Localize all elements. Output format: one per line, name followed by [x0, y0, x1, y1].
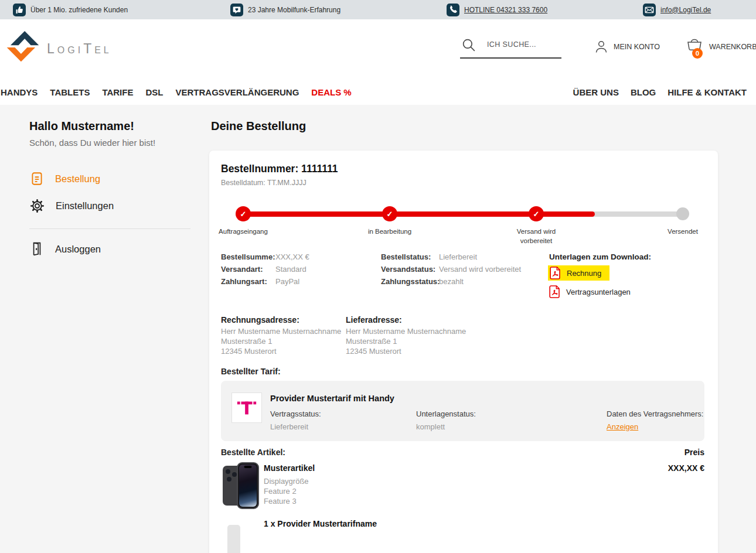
- main-nav: HANDYS TABLETS TARIFE DSL VERTRAGSVERLÄN…: [0, 79, 756, 105]
- topbar: Über 1 Mio. zufriedene Kunden 23 Jahre M…: [0, 0, 756, 19]
- header: LogiTel MEIN KONTO 0 WARENKORB: [0, 19, 756, 79]
- order-status-label: Bestellstatus:: [381, 252, 431, 261]
- order-card: Bestellnummer: 1111111 Bestelldatum: TT.…: [209, 151, 718, 553]
- billing-address-line: 12345 Musterort: [221, 347, 277, 356]
- cart-label: WARENKORB: [709, 43, 756, 51]
- tariff-section-title: Bestellter Tarif:: [221, 367, 281, 376]
- shipping-type-label: Versandart:: [221, 265, 263, 274]
- downloads-title: Unterlagen zum Download:: [549, 252, 651, 261]
- order-sum-value: XXX,XX €: [275, 252, 309, 261]
- nav-dsl[interactable]: DSL: [145, 87, 163, 97]
- telekom-logo: [231, 392, 262, 423]
- search-input[interactable]: [486, 40, 561, 49]
- tariff-name: Provider Mustertarif mit Handy: [270, 394, 394, 403]
- shipping-status-value: Versand wird vorbereitet: [439, 265, 521, 274]
- sidebar-item-bestellung[interactable]: Bestellung: [29, 171, 190, 186]
- order-status-value-text: Lieferbereit: [439, 252, 477, 261]
- nav-hilfe-kontakt[interactable]: HILFE & KONTAKT: [668, 87, 747, 97]
- contract-status-value: Lieferbereit: [270, 422, 308, 431]
- order-number: Bestellnummer: 1111111: [221, 163, 338, 175]
- account-button[interactable]: MEIN KONTO: [594, 39, 660, 54]
- billing-address-title: Rechnungsadresse:: [221, 315, 299, 325]
- product-image: [223, 462, 259, 509]
- order-status-row: Bestellstatus:: [381, 252, 431, 261]
- payment-status-value-text: bezahlt: [439, 277, 464, 286]
- topbar-customers: Über 1 Mio. zufriedene Kunden: [13, 0, 128, 19]
- topbar-experience: 23 Jahre Mobilfunk-Erfahrung: [230, 0, 340, 19]
- article-name: Musterartikel: [264, 463, 315, 473]
- download-vertragsunterlagen-label: Vertragsunterlagen: [566, 288, 631, 296]
- tariff-article-placeholder-image: [227, 525, 240, 553]
- download-rechnung[interactable]: Rechnung: [548, 265, 609, 281]
- anzeigen-link[interactable]: Anzeigen: [607, 422, 638, 431]
- article-price: XXX,XX €: [668, 463, 704, 473]
- payment-type-value: PayPal: [275, 277, 299, 286]
- documents-status-value: komplett: [416, 422, 445, 431]
- download-vertragsunterlagen[interactable]: Vertragsunterlagen: [549, 285, 631, 298]
- logitel-logo[interactable]: LogiTel: [5, 26, 112, 63]
- order-sum-value-text: XXX,XX €: [275, 252, 309, 261]
- nav-deals[interactable]: DEALS %: [311, 87, 351, 97]
- nav-vertragsverlaengerung[interactable]: VERTRAGSVERLÄNGERUNG: [175, 87, 299, 97]
- sidebar-item-label: Bestellung: [55, 173, 100, 185]
- nav-ueber-uns[interactable]: ÜBER UNS: [573, 87, 619, 97]
- cart-icon-wrap: 0: [686, 37, 704, 57]
- nav-handys[interactable]: HANDYS: [1, 87, 38, 97]
- pdf-icon: [549, 285, 561, 298]
- order-sum-label: Bestellsumme:: [221, 252, 275, 261]
- sidebar-greeting: Hallo Mustername!: [29, 120, 134, 133]
- content-area: Hallo Mustername! Schön, dass Du wieder …: [0, 105, 756, 553]
- sidebar-subtitle: Schön, dass Du wieder hier bist!: [29, 138, 155, 148]
- order-date: Bestelldatum: TT.MM.JJJJ: [221, 179, 307, 187]
- shipping-type-value: Standard: [275, 265, 307, 274]
- account-label: MEIN KONTO: [614, 43, 660, 51]
- shipping-status-label: Versandstatus:: [381, 265, 435, 274]
- tariff-box: Provider Mustertarif mit Handy Vertragss…: [221, 381, 704, 441]
- order-document-icon: [29, 171, 45, 186]
- chat-heart-icon: [230, 4, 243, 16]
- hotline-link[interactable]: HOTLINE 04321 333 7600: [464, 6, 547, 14]
- shipping-address-line: Musterstraße 1: [346, 337, 397, 346]
- tariff-article-name: 1 x Provider Mustertarifname: [264, 519, 377, 528]
- sidebar-item-ausloggen[interactable]: Ausloggen: [29, 241, 190, 257]
- mail-icon: [643, 4, 656, 16]
- billing-address-line: Herr Mustername Musternachname: [221, 327, 341, 336]
- payment-status-label: Zahlungsstatus:: [381, 277, 440, 286]
- download-rechnung-label: Rechnung: [567, 269, 601, 278]
- progress-step-3-label: Versand wird vorbereitet: [507, 227, 566, 245]
- order-sum-row: Bestellsumme:: [221, 252, 275, 261]
- brand-name: LogiTel: [47, 41, 112, 57]
- phone-icon: [447, 4, 459, 16]
- payment-type-label: Zahlungsart:: [221, 277, 267, 286]
- article-detail: Feature 2: [264, 487, 297, 496]
- telekom-t-icon: [236, 397, 258, 419]
- shipping-status-row: Versandstatus:: [381, 265, 435, 274]
- nav-left: HANDYS TABLETS TARIFE DSL VERTRAGSVERLÄN…: [1, 79, 352, 105]
- search-box[interactable]: [460, 34, 561, 59]
- progress-track: [243, 211, 683, 217]
- shipping-address-line: Herr Mustername Musternachname: [346, 327, 466, 336]
- progress-step-2-label: in Bearbeitung: [349, 227, 431, 237]
- email-link[interactable]: info@LogiTel.de: [660, 6, 711, 14]
- nav-tablets[interactable]: TABLETS: [50, 87, 90, 97]
- nav-blog[interactable]: BLOG: [631, 87, 656, 97]
- nav-tarife[interactable]: TARIFE: [102, 87, 133, 97]
- payment-status-row: Zahlungsstatus:: [381, 277, 440, 286]
- payment-type-row: Zahlungsart:: [221, 277, 267, 286]
- topbar-hotline[interactable]: HOTLINE 04321 333 7600: [447, 0, 547, 19]
- topbar-email[interactable]: info@LogiTel.de: [643, 0, 711, 19]
- search-icon[interactable]: [461, 37, 477, 53]
- shipping-status-value-text: Versand wird vorbereitet: [439, 265, 521, 274]
- thumbs-up-icon: [13, 4, 26, 16]
- order-status-value: Lieferbereit: [439, 252, 477, 261]
- contract-holder-label: Daten des Vertragsnehmers:: [607, 409, 703, 418]
- sidebar-divider: [29, 228, 190, 229]
- contract-status-label: Vertragsstatus:: [270, 409, 321, 418]
- documents-status-label: Unterlagenstatus:: [416, 409, 476, 418]
- progress-step-4-dot: [676, 207, 689, 220]
- sidebar-item-einstellungen[interactable]: Einstellungen: [29, 198, 190, 214]
- cart-button[interactable]: 0 WARENKORB: [686, 37, 756, 57]
- payment-status-value: bezahlt: [439, 277, 464, 286]
- topbar-experience-label: 23 Jahre Mobilfunk-Erfahrung: [248, 6, 340, 14]
- phone-front: [237, 462, 259, 509]
